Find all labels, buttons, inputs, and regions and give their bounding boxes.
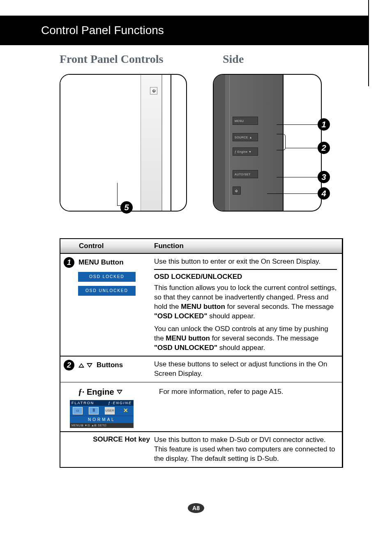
header-bar: Control Panel Functions (0, 16, 368, 45)
menu-button-text: MENU Button (78, 258, 124, 267)
side-btn-autoset: AUTO/SET (233, 170, 258, 178)
callout-bracket (277, 134, 286, 150)
text-bold: "OSD UNLOCKED" (154, 344, 217, 352)
header-title: Control Panel Functions (41, 24, 164, 37)
fengine-label: ƒ·Engine (78, 387, 122, 397)
figure-front-panel: △ ▽ ⏻ (60, 74, 187, 212)
monitor-bezel: △ ▽ ⏻ (60, 74, 162, 212)
fe-title-right: ƒ·ENGINE (108, 401, 132, 405)
osd-unlocked-chip: OSD UNLOCKED (78, 286, 136, 296)
fe-icon-user: USER (105, 407, 115, 414)
callout-number: 5 (120, 201, 133, 214)
text: should appear. (217, 344, 265, 352)
callout-3: 3 (277, 171, 330, 183)
text-bold: MENU button (181, 303, 225, 311)
osd-paragraph-1: This function allows you to lock the cur… (154, 283, 337, 321)
osd-locked-chip: OSD LOCKED (78, 272, 136, 282)
callout-number: 1 (318, 118, 330, 131)
fe-title-bar: FLATRON ƒ·ENGINE (70, 400, 134, 406)
cell-function: Use this button to make D-Sub or DVI con… (154, 432, 342, 467)
callout-number: 3 (318, 171, 330, 183)
table-row: 1 MENU Button OSD LOCKED OSD UNLOCKED Us… (60, 254, 342, 357)
callout-2: 2 (286, 142, 330, 154)
table-row: SOURCE Hot key Use this button to make D… (60, 432, 342, 467)
fengine-desc: For more information, refer to page A15. (159, 387, 337, 397)
front-side-buttons: △ ▽ ⏻ (150, 74, 157, 108)
fe-icon-list: ≣ (89, 407, 99, 414)
fe-icons-row: ▭ ≣ USER ✕ (70, 406, 134, 416)
osd-paragraph-2: You can unlock the OSD controls at any t… (154, 324, 337, 353)
cell-function: Use these buttons to select or adjust fu… (154, 357, 342, 382)
callout-1: 1 (277, 118, 330, 131)
fe-icon-close: ✕ (121, 407, 131, 414)
callout-4: 4 (267, 187, 330, 200)
fengine-osd-preview: FLATRON ƒ·ENGINE ▭ ≣ USER ✕ NORMAL MENU⊠… (70, 400, 134, 428)
side-btn-menu: MENU (233, 117, 258, 125)
menu-button-label: 1 MENU Button (64, 257, 151, 268)
fe-bottom-bar: MENU⊠ ▼⊟ ▲⊞ SET⊡ (70, 423, 134, 428)
callout-number: 2 (64, 360, 74, 370)
callout-line (117, 183, 118, 205)
table-row: 2 Buttons Use these buttons to select or… (60, 357, 342, 382)
side-btn-source: SOURCE ▲ (233, 133, 258, 141)
text: should appear. (207, 312, 255, 320)
callout-line (277, 124, 318, 125)
source-hotkey-label: SOURCE Hot key (93, 435, 150, 443)
text-bold: "OSD LOCKED" (154, 312, 207, 320)
cell-control: 2 Buttons (60, 357, 154, 382)
engine-text: Engine (87, 387, 114, 397)
cell-control: 1 MENU Button OSD LOCKED OSD UNLOCKED (60, 254, 154, 356)
monitor-outline: △ ▽ ⏻ (60, 74, 171, 212)
text: for several seconds. The message (225, 303, 334, 311)
monitor-screen (60, 74, 141, 212)
cell-function: For more information, refer to page A15. (154, 382, 342, 431)
side-btn-power: ⏻ (233, 186, 241, 195)
buttons-text: Buttons (97, 361, 123, 369)
callout-number: 2 (318, 142, 330, 154)
source-desc: Use this button to make D-Sub or DVI con… (154, 435, 337, 464)
side-btn-fengine: ƒ Engine ▼ (233, 147, 258, 156)
arrow-icons (78, 363, 92, 368)
text: for several seconds. The message (210, 334, 318, 342)
arrow-buttons-label: 2 Buttons (64, 360, 151, 370)
section-title-front: Front Panel Controls (60, 53, 164, 66)
page-margin-rule (368, 0, 369, 86)
callout-5: 5 (120, 201, 133, 214)
page-number: A8 (0, 503, 392, 513)
callout-line (277, 177, 318, 177)
menu-desc: Use this button to enter or exit the On … (154, 257, 337, 267)
front-btn-power: ⏻ (150, 87, 157, 94)
cell-function: Use this button to enter or exit the On … (154, 254, 342, 356)
controls-table: Control Function 1 MENU Button OSD LOCKE… (60, 238, 343, 468)
table-header: Control Function (60, 239, 342, 254)
table-row: ƒ·Engine FLATRON ƒ·ENGINE ▭ ≣ USER ✕ NOR… (60, 382, 342, 432)
fe-mode-normal: NORMAL (70, 416, 134, 423)
text-bold: MENU button (166, 334, 210, 342)
callout-number: 1 (64, 257, 74, 268)
triangle-down-icon (117, 390, 122, 394)
header-control: Control (60, 242, 154, 250)
callout-line (286, 148, 318, 148)
section-title-side: Side (223, 53, 244, 66)
fe-title-left: FLATRON (71, 401, 94, 405)
header-function: Function (154, 242, 342, 250)
callout-line (267, 193, 318, 194)
buttons-desc: Use these buttons to select or adjust fu… (154, 360, 337, 379)
f-glyph-icon: ƒ· (78, 387, 84, 397)
fe-icon-monitor: ▭ (73, 407, 83, 414)
triangle-down-icon (87, 363, 92, 368)
triangle-up-icon (78, 363, 84, 368)
osd-title: OSD LOCKED/UNLOCKED (154, 272, 337, 282)
page-number-badge: A8 (188, 503, 204, 513)
cell-control: ƒ·Engine FLATRON ƒ·ENGINE ▭ ≣ USER ✕ NOR… (60, 382, 154, 431)
cell-control: SOURCE Hot key (60, 432, 154, 467)
callout-number: 4 (318, 187, 330, 200)
